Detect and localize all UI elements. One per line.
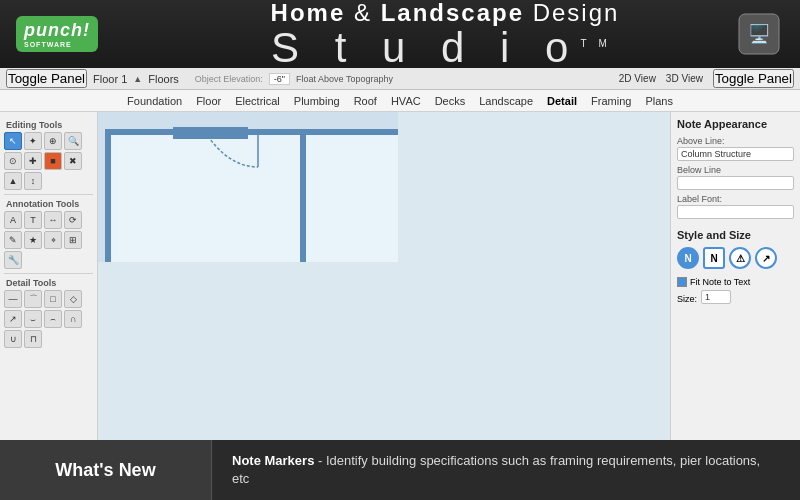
style-warning[interactable]: ⚠ xyxy=(729,247,751,269)
det-tool-9[interactable]: ∪ xyxy=(4,330,22,348)
det-tool-5[interactable]: ↗ xyxy=(4,310,22,328)
det-tool-2[interactable]: ⌒ xyxy=(24,290,42,308)
tool-10[interactable]: ↕ xyxy=(24,172,42,190)
menu-tab-floor[interactable]: Floor xyxy=(190,95,227,107)
whats-new-label: What's New xyxy=(0,440,212,500)
app-header: punch! SOFTWARE Home & Landscape Design … xyxy=(0,0,800,68)
right-panel: Note Appearance Above Line: Column Struc… xyxy=(670,112,800,440)
bottom-bar: What's New Note Markers - Identify build… xyxy=(0,440,800,500)
svg-rect-4 xyxy=(303,132,398,262)
style-n-square[interactable]: N xyxy=(703,247,725,269)
det-tool-7[interactable]: ⌢ xyxy=(44,310,62,328)
det-tool-6[interactable]: ⌣ xyxy=(24,310,42,328)
size-row: Size: 1 xyxy=(677,290,794,308)
toggle-panel-left-btn[interactable]: Toggle Panel xyxy=(6,69,87,88)
style-n-circle[interactable]: N xyxy=(677,247,699,269)
left-sidebar: Editing Tools ↖ ✦ ⊕ 🔍 ⊙ ✚ ■ ✖ ▲ ↕ Annota… xyxy=(0,112,98,440)
ann-tool-5[interactable]: ✎ xyxy=(4,231,22,249)
ann-tool-8[interactable]: ⊞ xyxy=(64,231,82,249)
ann-tool-4[interactable]: ⟳ xyxy=(64,211,82,229)
logo-area: punch! SOFTWARE xyxy=(16,16,156,52)
det-tool-10[interactable]: ⊓ xyxy=(24,330,42,348)
det-tool-8[interactable]: ∩ xyxy=(64,310,82,328)
divider-1 xyxy=(4,194,93,195)
main-area: Editing Tools ↖ ✦ ⊕ 🔍 ⊙ ✚ ■ ✖ ▲ ↕ Annota… xyxy=(0,112,800,440)
size-input[interactable]: 1 xyxy=(701,290,731,304)
floorplan-svg: Garage Studio Door Height Column Structu… xyxy=(98,112,398,262)
ann-tool-3[interactable]: ↔ xyxy=(44,211,62,229)
divider-2 xyxy=(4,273,93,274)
menu-tab-framing[interactable]: Framing xyxy=(585,95,637,107)
det-tool-3[interactable]: □ xyxy=(44,290,62,308)
menu-tab-plumbing[interactable]: Plumbing xyxy=(288,95,346,107)
3d-view-btn[interactable]: 3D View xyxy=(666,73,703,84)
menu-tab-electrical[interactable]: Electrical xyxy=(229,95,286,107)
ann-tool-6[interactable]: ★ xyxy=(24,231,42,249)
tool-2[interactable]: ✦ xyxy=(24,132,42,150)
tool-8[interactable]: ✖ xyxy=(64,152,82,170)
annotation-tools: A T ↔ ⟳ ✎ ★ ⌖ ⊞ 🔧 xyxy=(4,211,93,269)
fit-note-checkbox[interactable] xyxy=(677,277,687,287)
ann-tool-7[interactable]: ⌖ xyxy=(44,231,62,249)
menu-tab-roof[interactable]: Roof xyxy=(348,95,383,107)
menu-tabs: FoundationFloorElectricalPlumbingRoofHVA… xyxy=(6,95,794,107)
menu-tab-detail[interactable]: Detail xyxy=(541,95,583,107)
app-title: Home & Landscape Design S t u d i oTM xyxy=(156,0,734,69)
floor-up-arrow[interactable]: ▲ xyxy=(133,74,142,84)
editing-tools: ↖ ✦ ⊕ 🔍 ⊙ ✚ ■ ✖ ▲ ↕ xyxy=(4,132,93,190)
tool-move[interactable]: ✚ xyxy=(24,152,42,170)
2d-view-btn[interactable]: 2D View xyxy=(619,73,656,84)
toggle-panel-right-btn[interactable]: Toggle Panel xyxy=(713,69,794,88)
select-tool[interactable]: ↖ xyxy=(4,132,22,150)
ann-tool-2[interactable]: T xyxy=(24,211,42,229)
whats-new-content: Note Markers - Identify building specifi… xyxy=(212,440,800,500)
menu-tab-plans[interactable]: Plans xyxy=(639,95,679,107)
tool-3[interactable]: ⊕ xyxy=(44,132,62,150)
style-buttons: N N ⚠ ↗ xyxy=(677,247,794,269)
menu-tab-foundation[interactable]: Foundation xyxy=(121,95,188,107)
menu-tab-decks[interactable]: Decks xyxy=(429,95,472,107)
style-arrow[interactable]: ↗ xyxy=(755,247,777,269)
svg-rect-3 xyxy=(108,132,303,262)
detail-tools: — ⌒ □ ◇ ↗ ⌣ ⌢ ∩ ∪ ⊓ xyxy=(4,290,93,348)
ann-tool-9[interactable]: 🔧 xyxy=(4,251,22,269)
fit-note-checkbox-row: Fit Note to Text xyxy=(677,277,794,287)
ann-tool-1[interactable]: A xyxy=(4,211,22,229)
det-tool-1[interactable]: — xyxy=(4,290,22,308)
punch-logo: punch! SOFTWARE xyxy=(16,16,98,52)
menu-tab-landscape[interactable]: Landscape xyxy=(473,95,539,107)
menu-tab-hvac[interactable]: HVAC xyxy=(385,95,427,107)
svg-text:🖥️: 🖥️ xyxy=(748,23,771,45)
tool-search[interactable]: 🔍 xyxy=(64,132,82,150)
canvas-area[interactable]: Garage Studio Door Height Column Structu… xyxy=(98,112,670,440)
tool-color[interactable]: ■ xyxy=(44,152,62,170)
det-tool-4[interactable]: ◇ xyxy=(64,290,82,308)
elevation-value[interactable]: -6" xyxy=(269,73,290,85)
mac-icon: 🖥️ xyxy=(734,12,784,56)
tool-5[interactable]: ⊙ xyxy=(4,152,22,170)
main-toolbar: Toggle Panel Floor 1 ▲ Floors Object Ele… xyxy=(0,68,800,90)
tool-9[interactable]: ▲ xyxy=(4,172,22,190)
secondary-toolbar: FoundationFloorElectricalPlumbingRoofHVA… xyxy=(0,90,800,112)
